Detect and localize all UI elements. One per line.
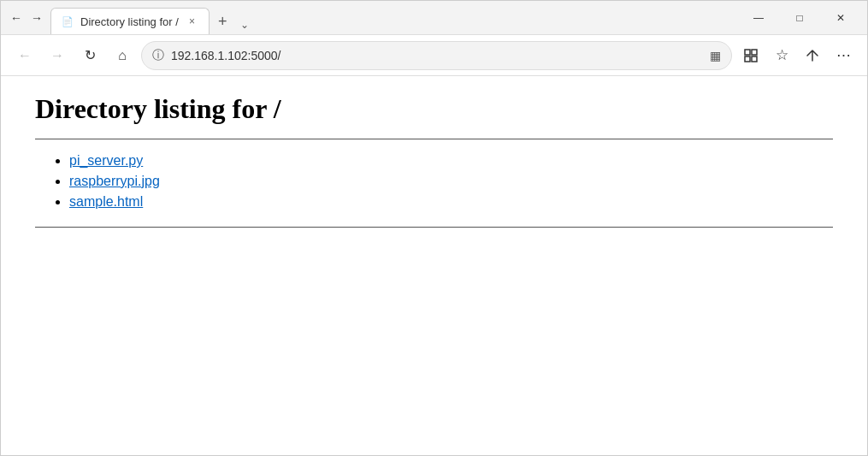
- file-link-pi-server[interactable]: pi_server.py: [69, 153, 143, 168]
- browser-window: ← → 📄 Directory listing for / × + ⌄ — □ …: [0, 0, 868, 456]
- list-item: sample.html: [69, 194, 833, 210]
- svg-rect-1: [752, 50, 757, 55]
- refresh-button[interactable]: ↻: [76, 42, 103, 69]
- svg-rect-0: [745, 50, 750, 55]
- file-link-sample[interactable]: sample.html: [69, 194, 143, 209]
- bottom-divider: [35, 227, 833, 228]
- address-bar-container[interactable]: ⓘ ▦: [141, 41, 732, 70]
- forward-history-icon[interactable]: →: [28, 9, 45, 27]
- svg-rect-3: [752, 56, 757, 62]
- new-tab-button[interactable]: +: [210, 9, 236, 34]
- address-input[interactable]: [171, 49, 703, 62]
- tab-dropdown-button[interactable]: ⌄: [235, 15, 254, 34]
- collections-button[interactable]: [737, 42, 765, 69]
- share-button[interactable]: [799, 42, 826, 69]
- more-button[interactable]: ⋯: [830, 42, 857, 69]
- list-item: raspberrypi.jpg: [69, 174, 833, 189]
- back-button[interactable]: ←: [11, 42, 38, 69]
- address-info-icon[interactable]: ⓘ: [152, 48, 164, 63]
- list-item: pi_server.py: [69, 153, 833, 169]
- svg-rect-2: [745, 56, 750, 62]
- tab-title: Directory listing for /: [80, 15, 179, 28]
- tab-area: 📄 Directory listing for / × + ⌄: [50, 1, 734, 34]
- back-history-icon[interactable]: ←: [8, 9, 25, 27]
- file-list: pi_server.py raspberrypi.jpg sample.html: [35, 153, 833, 210]
- favorites-button[interactable]: ☆: [768, 42, 795, 69]
- forward-button[interactable]: →: [44, 42, 71, 69]
- maximize-button[interactable]: □: [780, 4, 819, 32]
- active-tab[interactable]: 📄 Directory listing for / ×: [50, 8, 210, 34]
- page-content: Directory listing for / pi_server.py ras…: [1, 76, 867, 455]
- reader-view-icon[interactable]: ▦: [710, 49, 721, 62]
- file-link-raspberrypi[interactable]: raspberrypi.jpg: [69, 174, 160, 188]
- title-bar-left: ← →: [8, 9, 45, 27]
- tab-close-button[interactable]: ×: [186, 14, 198, 29]
- tab-favicon-icon: 📄: [62, 16, 74, 27]
- top-divider: [35, 139, 833, 139]
- minimize-button[interactable]: —: [739, 4, 778, 32]
- nav-right-icons: ☆ ⋯: [737, 42, 857, 69]
- nav-bar: ← → ↻ ⌂ ⓘ ▦ ☆ ⋯: [1, 35, 867, 76]
- page-title: Directory listing for /: [35, 93, 833, 125]
- window-controls: — □ ✕: [739, 4, 860, 32]
- title-bar: ← → 📄 Directory listing for / × + ⌄ — □ …: [1, 1, 867, 35]
- home-button[interactable]: ⌂: [109, 42, 136, 69]
- close-button[interactable]: ✕: [821, 4, 860, 32]
